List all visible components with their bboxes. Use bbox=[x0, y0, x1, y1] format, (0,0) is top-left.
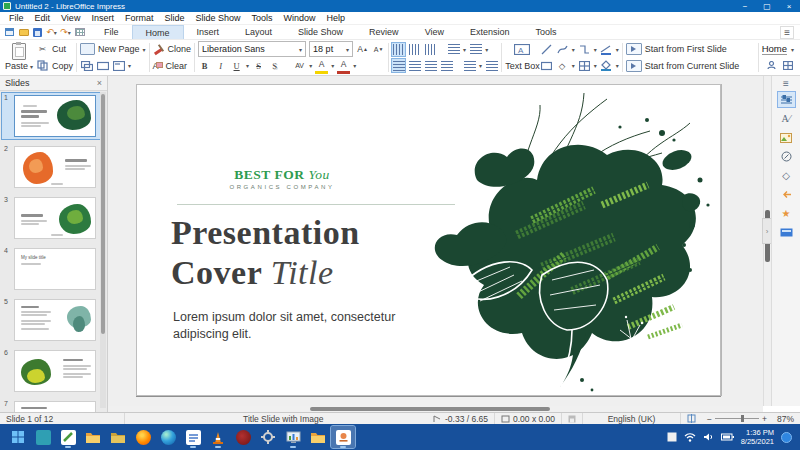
align-top-button[interactable] bbox=[392, 43, 405, 56]
slide-title[interactable]: Presentation Cover Title bbox=[171, 213, 360, 293]
menu-format[interactable]: Format bbox=[120, 12, 159, 24]
clear-formatting-button[interactable]: AClear bbox=[153, 58, 192, 75]
slide-thumbnail-4[interactable]: 4 My slide title bbox=[2, 246, 100, 292]
tab-file[interactable]: File bbox=[91, 25, 132, 39]
unordered-list-icon[interactable] bbox=[447, 43, 460, 56]
shapes-icon[interactable]: ◇ bbox=[778, 168, 795, 183]
volume-icon[interactable] bbox=[703, 432, 714, 442]
menu-slide-show[interactable]: Slide Show bbox=[190, 12, 245, 24]
navigator-icon[interactable] bbox=[778, 149, 795, 164]
save-icon[interactable] bbox=[32, 27, 43, 38]
taskbar-media-app-icon[interactable] bbox=[231, 426, 255, 448]
copy-button[interactable]: Copy bbox=[36, 58, 73, 75]
taskbar-settings-icon[interactable] bbox=[256, 426, 280, 448]
minimize-button[interactable]: − bbox=[734, 0, 756, 12]
highlight-color-button[interactable]: A bbox=[315, 58, 328, 74]
slides-panel-scrollbar[interactable] bbox=[100, 92, 106, 408]
maximize-button[interactable]: ▢ bbox=[756, 0, 778, 12]
menu-edit[interactable]: Edit bbox=[30, 12, 56, 24]
grow-font-icon[interactable]: A▲ bbox=[356, 43, 369, 56]
font-color-dropdown-icon[interactable]: ▾ bbox=[353, 62, 356, 69]
character-styles-icon[interactable]: A⁄ bbox=[778, 111, 795, 126]
font-color-button[interactable]: A bbox=[337, 58, 350, 74]
font-name-combobox[interactable]: Liberation Sans▾ bbox=[198, 41, 306, 57]
rename-slide-icon[interactable] bbox=[96, 59, 109, 72]
zoom-percent[interactable]: 87% bbox=[770, 414, 794, 424]
insert-line-icon[interactable] bbox=[540, 43, 553, 56]
character-spacing-dropdown-icon[interactable]: ▾ bbox=[309, 62, 312, 69]
print-icon[interactable] bbox=[74, 27, 85, 38]
font-size-combobox[interactable]: 18 pt▾ bbox=[309, 41, 353, 57]
menu-help[interactable]: Help bbox=[322, 12, 351, 24]
text-box-button[interactable]: Text Box bbox=[505, 58, 540, 75]
underline-dropdown-icon[interactable]: ▾ bbox=[246, 62, 249, 69]
redo-icon[interactable]: ↷▾ bbox=[60, 27, 71, 38]
justify-button[interactable] bbox=[440, 59, 453, 72]
italic-button[interactable]: I bbox=[214, 59, 227, 72]
slide-transition-icon[interactable] bbox=[778, 187, 795, 202]
master-slides-icon[interactable] bbox=[778, 225, 795, 240]
slide-page[interactable]: BEST FOR You ORGANICS COMPANY Presentati… bbox=[136, 84, 721, 396]
shrink-font-icon[interactable]: A▼ bbox=[372, 43, 385, 56]
slide-layout-dropdown-icon[interactable]: ▾ bbox=[128, 62, 131, 69]
taskbar-firefox-icon[interactable] bbox=[131, 426, 155, 448]
tab-review[interactable]: Review bbox=[356, 25, 412, 39]
notification-badge[interactable] bbox=[781, 432, 792, 443]
undo-icon[interactable]: ↶▾ bbox=[46, 27, 57, 38]
outline-dropdown-icon[interactable]: ▾ bbox=[485, 46, 488, 53]
curve-icon[interactable] bbox=[556, 43, 569, 56]
edit-canvas[interactable]: BEST FOR You ORGANICS COMPANY Presentati… bbox=[108, 76, 763, 406]
document-modified-status[interactable] bbox=[562, 413, 583, 424]
shadow-button[interactable]: S bbox=[268, 59, 281, 72]
user-icon[interactable] bbox=[765, 59, 778, 72]
duplicate-slide-icon[interactable] bbox=[80, 59, 93, 72]
slide-thumbnail-6[interactable]: 6 bbox=[2, 348, 100, 394]
outline-icon[interactable] bbox=[469, 43, 482, 56]
slides-panel-close-icon[interactable]: × bbox=[97, 78, 102, 88]
tab-slide-show[interactable]: Slide Show bbox=[285, 25, 356, 39]
line-color-icon[interactable] bbox=[600, 43, 613, 56]
menu-file[interactable]: File bbox=[4, 12, 29, 24]
new-page-button[interactable]: New Page▾ bbox=[80, 41, 146, 58]
basic-shapes-icon[interactable]: ◇ bbox=[556, 59, 569, 72]
slide-body-text[interactable]: Lorem ipsum dolor sit amet, consectetur … bbox=[173, 309, 425, 342]
line-color-dropdown-icon[interactable]: ▾ bbox=[616, 46, 619, 53]
underline-button[interactable]: U bbox=[230, 59, 243, 72]
curve-dropdown-icon[interactable]: ▾ bbox=[572, 46, 575, 53]
gallery-icon[interactable] bbox=[778, 130, 795, 145]
fill-color-icon[interactable] bbox=[600, 59, 613, 72]
taskbar-writer-document-icon[interactable] bbox=[181, 426, 205, 448]
taskbar-task-manager-icon[interactable] bbox=[281, 426, 305, 448]
strikethrough-button[interactable]: S bbox=[252, 59, 265, 72]
tab-insert[interactable]: Insert bbox=[184, 25, 233, 39]
slide-thumbnail-3[interactable]: 3 bbox=[2, 195, 100, 241]
fill-color-dropdown-icon[interactable]: ▾ bbox=[616, 62, 619, 69]
center-vertically-button[interactable] bbox=[408, 43, 421, 56]
line-spacing-icon[interactable] bbox=[463, 59, 476, 72]
connector-icon[interactable] bbox=[578, 43, 591, 56]
list-dropdown-icon[interactable]: ▾ bbox=[463, 46, 466, 53]
start-button[interactable] bbox=[6, 426, 30, 448]
clone-formatting-button[interactable]: Clone bbox=[153, 41, 192, 58]
slide-thumbnail-1[interactable]: 1 bbox=[2, 93, 100, 139]
slide-thumbnail-2[interactable]: 2 bbox=[2, 144, 100, 190]
align-center-button[interactable] bbox=[408, 59, 421, 72]
cut-button[interactable]: ✂Cut bbox=[36, 41, 73, 58]
bold-button[interactable]: B bbox=[198, 59, 211, 72]
menu-slide[interactable]: Slide bbox=[159, 12, 189, 24]
zoom-in-icon[interactable]: + bbox=[762, 414, 767, 424]
fit-slide-icon[interactable] bbox=[687, 414, 696, 423]
rectangle-shape-icon[interactable] bbox=[540, 59, 553, 72]
taskbar-edge-icon[interactable] bbox=[156, 426, 180, 448]
taskbar-file-explorer-icon[interactable] bbox=[81, 426, 105, 448]
taskbar-folder-2-icon[interactable] bbox=[306, 426, 330, 448]
animation-icon[interactable]: ★ bbox=[778, 206, 795, 221]
grid-view-icon[interactable] bbox=[781, 59, 794, 72]
menu-insert[interactable]: Insert bbox=[86, 12, 119, 24]
tab-extension[interactable]: Extension bbox=[457, 25, 523, 39]
tab-layout[interactable]: Layout bbox=[232, 25, 285, 39]
table-dropdown-icon[interactable]: ▾ bbox=[594, 62, 597, 69]
tray-app-icon[interactable] bbox=[667, 432, 677, 442]
start-from-current-slide-button[interactable]: Start from Current Slide bbox=[626, 58, 740, 75]
fern-artwork[interactable] bbox=[422, 85, 721, 396]
